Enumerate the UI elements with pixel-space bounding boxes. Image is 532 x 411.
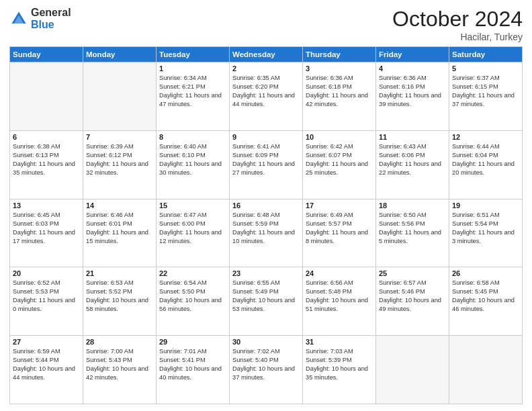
cell-info: Sunrise: 6:51 AMSunset: 5:54 PMDaylight:… <box>452 211 519 246</box>
cell-info: Sunrise: 6:56 AMSunset: 5:48 PMDaylight:… <box>306 279 373 314</box>
calendar-cell: 5Sunrise: 6:37 AMSunset: 6:15 PMDaylight… <box>449 62 523 131</box>
calendar-cell <box>449 336 523 404</box>
cell-info: Sunrise: 6:39 AMSunset: 6:12 PMDaylight:… <box>86 142 153 177</box>
calendar-cell: 2Sunrise: 6:35 AMSunset: 6:20 PMDaylight… <box>230 62 303 131</box>
cell-info: Sunrise: 6:40 AMSunset: 6:10 PMDaylight:… <box>159 142 226 177</box>
calendar-cell: 7Sunrise: 6:39 AMSunset: 6:12 PMDaylight… <box>83 130 157 199</box>
calendar-cell: 3Sunrise: 6:36 AMSunset: 6:18 PMDaylight… <box>303 62 376 131</box>
day-number: 3 <box>306 64 373 73</box>
calendar-cell: 8Sunrise: 6:40 AMSunset: 6:10 PMDaylight… <box>157 130 230 199</box>
header: General Blue October 2024 Hacilar, Turke… <box>9 7 523 42</box>
day-number: 29 <box>159 338 226 346</box>
cell-info: Sunrise: 6:35 AMSunset: 6:20 PMDaylight:… <box>232 74 300 109</box>
day-number: 19 <box>452 201 519 210</box>
cell-info: Sunrise: 6:55 AMSunset: 5:49 PMDaylight:… <box>232 279 300 314</box>
day-of-week-tuesday: Tuesday <box>157 47 230 62</box>
day-number: 25 <box>379 269 446 277</box>
day-of-week-friday: Friday <box>376 47 449 62</box>
cell-info: Sunrise: 6:50 AMSunset: 5:56 PMDaylight:… <box>379 211 446 246</box>
cell-info: Sunrise: 7:01 AMSunset: 5:41 PMDaylight:… <box>159 347 226 382</box>
cell-info: Sunrise: 6:48 AMSunset: 5:59 PMDaylight:… <box>232 211 300 246</box>
calendar-cell: 22Sunrise: 6:54 AMSunset: 5:50 PMDayligh… <box>157 267 230 336</box>
title-block: October 2024 Hacilar, Turkey <box>392 7 523 42</box>
calendar-cell: 12Sunrise: 6:44 AMSunset: 6:04 PMDayligh… <box>449 130 523 199</box>
day-number: 15 <box>159 201 226 210</box>
day-number: 6 <box>13 133 80 141</box>
day-number: 27 <box>13 338 80 346</box>
logo-icon <box>9 9 28 28</box>
calendar-cell: 9Sunrise: 6:41 AMSunset: 6:09 PMDaylight… <box>230 130 303 199</box>
calendar-week-3: 13Sunrise: 6:45 AMSunset: 6:03 PMDayligh… <box>10 199 523 267</box>
cell-info: Sunrise: 6:58 AMSunset: 5:45 PMDaylight:… <box>452 279 519 314</box>
page: General Blue October 2024 Hacilar, Turke… <box>0 0 532 411</box>
day-of-week-thursday: Thursday <box>303 47 376 62</box>
calendar: SundayMondayTuesdayWednesdayThursdayFrid… <box>9 46 523 404</box>
day-number: 11 <box>379 133 446 141</box>
calendar-week-2: 6Sunrise: 6:38 AMSunset: 6:13 PMDaylight… <box>10 130 523 199</box>
cell-info: Sunrise: 6:52 AMSunset: 5:53 PMDaylight:… <box>13 279 80 314</box>
logo-text: General Blue <box>31 7 71 30</box>
day-number: 1 <box>159 64 226 73</box>
cell-info: Sunrise: 6:42 AMSunset: 6:07 PMDaylight:… <box>306 142 373 177</box>
day-number: 16 <box>232 201 300 210</box>
day-of-week-sunday: Sunday <box>10 47 83 62</box>
calendar-cell: 11Sunrise: 6:43 AMSunset: 6:06 PMDayligh… <box>376 130 449 199</box>
calendar-cell: 19Sunrise: 6:51 AMSunset: 5:54 PMDayligh… <box>449 199 523 267</box>
calendar-cell: 13Sunrise: 6:45 AMSunset: 6:03 PMDayligh… <box>10 199 83 267</box>
cell-info: Sunrise: 6:45 AMSunset: 6:03 PMDaylight:… <box>13 211 80 246</box>
cell-info: Sunrise: 6:36 AMSunset: 6:16 PMDaylight:… <box>379 74 446 109</box>
cell-info: Sunrise: 7:00 AMSunset: 5:43 PMDaylight:… <box>86 347 153 382</box>
calendar-cell: 20Sunrise: 6:52 AMSunset: 5:53 PMDayligh… <box>10 267 83 336</box>
month-title: October 2024 <box>392 7 523 32</box>
day-number: 7 <box>86 133 153 141</box>
calendar-cell: 10Sunrise: 6:42 AMSunset: 6:07 PMDayligh… <box>303 130 376 199</box>
calendar-cell: 6Sunrise: 6:38 AMSunset: 6:13 PMDaylight… <box>10 130 83 199</box>
day-number: 24 <box>306 269 373 277</box>
day-number: 20 <box>13 269 80 277</box>
cell-info: Sunrise: 6:37 AMSunset: 6:15 PMDaylight:… <box>452 74 519 109</box>
calendar-cell: 28Sunrise: 7:00 AMSunset: 5:43 PMDayligh… <box>83 336 157 404</box>
day-number: 21 <box>86 269 153 277</box>
day-number: 8 <box>159 133 226 141</box>
logo-general: General <box>31 7 71 19</box>
cell-info: Sunrise: 7:02 AMSunset: 5:40 PMDaylight:… <box>232 347 300 382</box>
cell-info: Sunrise: 6:34 AMSunset: 6:21 PMDaylight:… <box>159 74 226 109</box>
day-number: 5 <box>452 64 519 73</box>
day-number: 10 <box>306 133 373 141</box>
day-of-week-monday: Monday <box>83 47 157 62</box>
day-number: 26 <box>452 269 519 277</box>
cell-info: Sunrise: 6:59 AMSunset: 5:44 PMDaylight:… <box>13 347 80 382</box>
calendar-cell <box>376 336 449 404</box>
cell-info: Sunrise: 6:43 AMSunset: 6:06 PMDaylight:… <box>379 142 446 177</box>
subtitle: Hacilar, Turkey <box>392 32 523 42</box>
calendar-cell: 21Sunrise: 6:53 AMSunset: 5:52 PMDayligh… <box>83 267 157 336</box>
calendar-week-4: 20Sunrise: 6:52 AMSunset: 5:53 PMDayligh… <box>10 267 523 336</box>
day-number: 12 <box>452 133 519 141</box>
calendar-cell: 31Sunrise: 7:03 AMSunset: 5:39 PMDayligh… <box>303 336 376 404</box>
day-number: 2 <box>232 64 300 73</box>
day-number: 13 <box>13 201 80 210</box>
day-number: 18 <box>379 201 446 210</box>
calendar-week-1: 1Sunrise: 6:34 AMSunset: 6:21 PMDaylight… <box>10 62 523 131</box>
day-number: 9 <box>232 133 300 141</box>
calendar-cell <box>83 62 157 131</box>
cell-info: Sunrise: 6:54 AMSunset: 5:50 PMDaylight:… <box>159 279 226 314</box>
calendar-cell: 17Sunrise: 6:49 AMSunset: 5:57 PMDayligh… <box>303 199 376 267</box>
cell-info: Sunrise: 6:49 AMSunset: 5:57 PMDaylight:… <box>306 211 373 246</box>
calendar-cell: 26Sunrise: 6:58 AMSunset: 5:45 PMDayligh… <box>449 267 523 336</box>
day-of-week-wednesday: Wednesday <box>230 47 303 62</box>
day-of-week-saturday: Saturday <box>449 47 523 62</box>
calendar-cell: 30Sunrise: 7:02 AMSunset: 5:40 PMDayligh… <box>230 336 303 404</box>
calendar-cell: 25Sunrise: 6:57 AMSunset: 5:46 PMDayligh… <box>376 267 449 336</box>
logo-blue: Blue <box>31 19 71 31</box>
calendar-week-5: 27Sunrise: 6:59 AMSunset: 5:44 PMDayligh… <box>10 336 523 404</box>
cell-info: Sunrise: 6:47 AMSunset: 6:00 PMDaylight:… <box>159 211 226 246</box>
calendar-cell: 24Sunrise: 6:56 AMSunset: 5:48 PMDayligh… <box>303 267 376 336</box>
calendar-cell: 14Sunrise: 6:46 AMSunset: 6:01 PMDayligh… <box>83 199 157 267</box>
day-number: 30 <box>232 338 300 346</box>
cell-info: Sunrise: 6:46 AMSunset: 6:01 PMDaylight:… <box>86 211 153 246</box>
calendar-cell: 29Sunrise: 7:01 AMSunset: 5:41 PMDayligh… <box>157 336 230 404</box>
day-number: 14 <box>86 201 153 210</box>
calendar-cell: 18Sunrise: 6:50 AMSunset: 5:56 PMDayligh… <box>376 199 449 267</box>
cell-info: Sunrise: 7:03 AMSunset: 5:39 PMDaylight:… <box>306 347 373 382</box>
